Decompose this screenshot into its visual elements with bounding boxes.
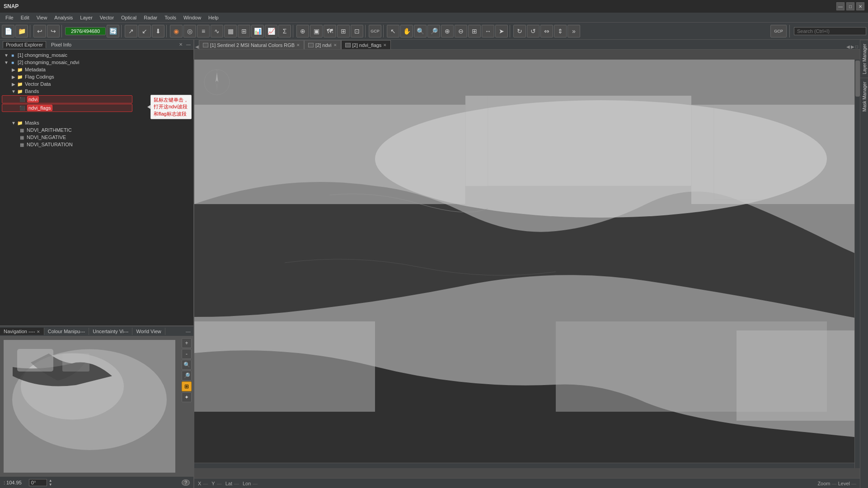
zoom-out2-button[interactable]: 🔎 [427, 25, 440, 37]
menu-tools[interactable]: Tools [161, 14, 180, 21]
minimize-button[interactable]: — [836, 2, 845, 10]
tab-navigation[interactable]: Navigation ----✕ [0, 328, 44, 335]
expand-metadata[interactable]: ▶ [11, 67, 16, 72]
tree-node-ndvi-neg[interactable]: ▦ NDVI_NEGATIVE [2, 134, 192, 141]
tree-node-flagcodings[interactable]: ▶ 📁 Flag Codings [2, 73, 192, 80]
zoom-in-button[interactable]: 🔍 [414, 25, 427, 37]
gcp2-button[interactable]: GCP [770, 25, 787, 37]
degree-up[interactable]: ▲ [49, 479, 52, 483]
subset-button[interactable]: ⊡ [351, 25, 363, 37]
menu-analysis[interactable]: Analysis [51, 14, 76, 21]
expand-vector[interactable]: ▶ [11, 82, 16, 87]
tab-scroll-left[interactable]: ◀ [194, 44, 199, 49]
tab-scroll-right[interactable]: ◀ [846, 44, 850, 49]
menu-edit[interactable]: Edit [17, 14, 33, 21]
refresh-button[interactable]: 🔄 [107, 25, 119, 37]
zoom-fit-button[interactable]: ⊞ [468, 25, 481, 37]
nav-sync-button[interactable]: ✦ [182, 392, 192, 402]
mosaic-button[interactable]: ▣ [310, 25, 323, 37]
rotate-cw-button[interactable]: ↻ [513, 25, 526, 37]
expand-icon[interactable]: ▼ [4, 53, 9, 58]
tree-node-ndvi[interactable]: ⬛ ndvi [2, 95, 132, 103]
tab-colour-manip[interactable]: Colour Manipu--- [44, 328, 89, 335]
tab-close-2[interactable]: ✕ [333, 43, 337, 47]
chart-button[interactable]: 📊 [251, 25, 264, 37]
scrollbar-thumb[interactable] [855, 60, 860, 97]
nav-close[interactable]: ✕ [37, 330, 40, 334]
more-button[interactable]: » [568, 25, 580, 37]
panel-close-button[interactable]: ✕ [179, 42, 183, 47]
open-button[interactable]: 📁 [15, 25, 28, 37]
sum-button[interactable]: Σ [278, 25, 291, 37]
tree-node-masks[interactable]: ▼ 📁 Masks [2, 119, 192, 126]
rotate-ccw-button[interactable]: ↺ [527, 25, 540, 37]
layer-manager-tab[interactable]: Layer Manager [860, 40, 868, 78]
tab-uncertainty[interactable]: Uncertainty Vi--- [89, 328, 132, 335]
tab-close-3[interactable]: ✕ [383, 43, 387, 47]
nav-viewport[interactable] [4, 340, 175, 473]
menu-file[interactable]: File [2, 14, 17, 21]
zoom-plus-button[interactable]: ⊕ [441, 25, 454, 37]
redo-button[interactable]: ↪ [47, 25, 60, 37]
nav-zoom-in-button[interactable]: + [182, 338, 192, 348]
undo-button[interactable]: ↩ [33, 25, 46, 37]
tree-node-ndvi-sat[interactable]: ▦ NDVI_SATURATION [2, 141, 192, 148]
zoom-minus-button[interactable]: ⊖ [455, 25, 467, 37]
image-area[interactable]: N [194, 60, 860, 468]
expand-bands[interactable]: ▼ [11, 89, 16, 94]
tree-node-bands[interactable]: ▼ 📁 Bands [2, 88, 192, 95]
profile-button[interactable]: 📈 [265, 25, 277, 37]
nav-fit-button[interactable]: ⊞ [182, 381, 192, 391]
search-input[interactable] [794, 27, 866, 35]
spectrum-button[interactable]: ≡ [197, 25, 210, 37]
help-button[interactable]: ? [182, 479, 190, 486]
expand-flag[interactable]: ▶ [11, 74, 16, 79]
tree-node-ndvi-arith[interactable]: ▦ NDVI_ARITHMETIC [2, 126, 192, 134]
hand-button[interactable]: ✋ [400, 25, 413, 37]
horizontal-scrollbar[interactable] [194, 463, 854, 468]
expand-masks[interactable]: ▼ [11, 121, 16, 125]
menu-layer[interactable]: Layer [76, 14, 96, 21]
tab-scroll-right2[interactable]: ▶ [851, 44, 854, 49]
mask-manager-tab[interactable]: Mask Manager [860, 78, 868, 115]
tab-pixel-info[interactable]: Pixel Info [48, 41, 75, 48]
tab-product-explorer[interactable]: Product Explorer [3, 41, 46, 48]
tab-maximize[interactable]: □ [855, 44, 858, 49]
tree-node-product1[interactable]: ▼ ■ [1] chongming_mosaic [2, 51, 192, 59]
flip-h-button[interactable]: ⇔ [540, 25, 553, 37]
tab-ndvi-flags[interactable]: [2] ndvi_flags ✕ [341, 40, 391, 49]
import-button[interactable]: ↗ [125, 25, 137, 37]
color-button[interactable]: ◉ [170, 25, 183, 37]
nav-zoom-pixel-in[interactable]: 🔍 [182, 360, 192, 370]
new-button[interactable]: 📄 [2, 25, 14, 37]
menu-vector[interactable]: Vector [96, 14, 117, 21]
nav-zoom-pixel-out[interactable]: 🔎 [182, 371, 192, 381]
pan-button[interactable]: ⊕ [296, 25, 309, 37]
select-button[interactable]: ↖ [387, 25, 399, 37]
tree-node-vectordata[interactable]: ▶ 📁 Vector Data [2, 80, 192, 88]
gcp-button[interactable]: GCP [369, 25, 381, 37]
reprojection-button[interactable]: 🗺 [324, 25, 336, 37]
panel-minimize-button[interactable]: — [186, 42, 191, 47]
degree-down[interactable]: ▼ [49, 483, 52, 487]
pan2-button[interactable]: ↔ [482, 25, 494, 37]
menu-help[interactable]: Help [205, 14, 222, 21]
maximize-button[interactable]: □ [846, 2, 854, 10]
menu-optical[interactable]: Optical [117, 14, 140, 21]
tab-ndvi[interactable]: [2] ndvi ✕ [304, 40, 341, 49]
expand-icon-2[interactable]: ▼ [4, 60, 9, 65]
tree-node-product2[interactable]: ▼ ■ [2] chongming_mosaic_ndvi [2, 59, 192, 66]
export-button[interactable]: ↙ [138, 25, 151, 37]
menu-radar[interactable]: Radar [140, 14, 161, 21]
menu-view[interactable]: View [33, 14, 51, 21]
menu-window[interactable]: Window [180, 14, 205, 21]
vertical-scrollbar[interactable] [854, 60, 860, 468]
degree-input[interactable] [29, 479, 47, 486]
mosaic2-button[interactable]: ⊞ [337, 25, 350, 37]
tree-node-metadata[interactable]: ▶ 📁 Metadata [2, 66, 192, 73]
tree-node-ndvi-flags[interactable]: ⬛ ndvi_flags [2, 104, 132, 112]
nav-zoom-out-button[interactable]: - [182, 349, 192, 359]
bars-button[interactable]: ▦ [224, 25, 237, 37]
close-button[interactable]: ✕ [856, 2, 864, 10]
scatter-button[interactable]: ⊞ [238, 25, 250, 37]
